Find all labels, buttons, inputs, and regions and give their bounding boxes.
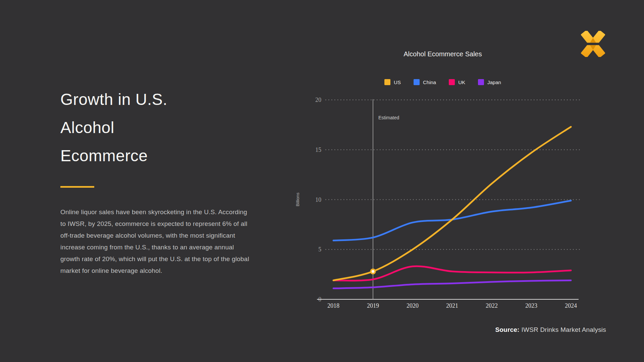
y-axis-title: Billions: [295, 192, 300, 206]
x-tick-2023: 2023: [525, 302, 537, 309]
y-tick-5: 5: [318, 246, 321, 253]
series-line-japan: [333, 281, 571, 289]
estimated-annotation-label: Estimated: [378, 115, 399, 120]
slide: Growth in U.S. Alcohol Ecommerce Online …: [0, 0, 644, 362]
source-text: IWSR Drinks Market Analysis: [522, 326, 606, 333]
description-text: Online liquor sales have been skyrocketi…: [60, 206, 254, 277]
source-line: Source:IWSR Drinks Market Analysis: [495, 326, 606, 334]
y-tick-10: 10: [315, 196, 321, 203]
estimated-point-marker: [371, 269, 375, 274]
x-logo: [581, 31, 605, 57]
accent-rule: [60, 186, 94, 188]
page-title: Growth in U.S. Alcohol Ecommerce: [60, 85, 191, 170]
y-tick-15: 15: [315, 146, 321, 153]
x-tick-2022: 2022: [486, 302, 498, 309]
source-label: Source:: [495, 326, 519, 333]
x-tick-2024: 2024: [565, 302, 577, 309]
sales-line-chart: 051015202018201920202021202220232024 Est…: [292, 77, 594, 312]
x-tick-2019: 2019: [367, 302, 379, 309]
series-layer: [333, 127, 571, 288]
chart-title: Alcohol Ecommerce Sales: [292, 50, 594, 58]
x-tick-2021: 2021: [446, 302, 458, 309]
y-tick-20: 20: [315, 97, 321, 103]
x-tick-2020: 2020: [407, 302, 419, 309]
x-tick-2018: 2018: [327, 302, 339, 309]
